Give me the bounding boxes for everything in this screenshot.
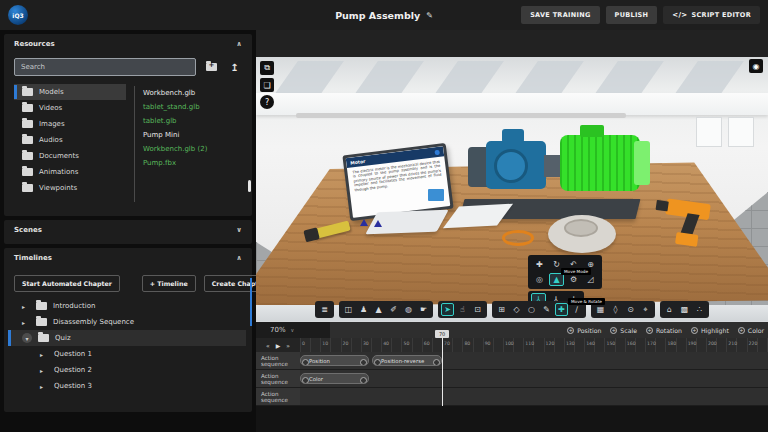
resources-header[interactable]: Resources ∧ <box>4 34 252 54</box>
add-timeline-button[interactable]: + Timeline <box>142 275 196 292</box>
tree-arrow-icon[interactable]: ▸ <box>40 383 48 390</box>
add-rotation-track-button[interactable]: +Rotation <box>646 327 682 334</box>
timelines-header[interactable]: Timelines ∧ <box>4 248 252 268</box>
timelines-scrollbar[interactable] <box>250 278 252 326</box>
blue-part[interactable] <box>428 189 444 201</box>
playhead[interactable] <box>442 338 443 406</box>
sidebar-folder-animations[interactable]: Animations <box>14 164 126 180</box>
spray-icon[interactable]: ✐ <box>387 303 400 316</box>
file-item[interactable]: Workbench.glb (2) <box>143 142 246 156</box>
tree-arrow-icon[interactable]: ▸ <box>40 367 48 374</box>
start-automated-chapter-button[interactable]: Start Automated Chapter <box>14 275 120 292</box>
tree-item-question-3[interactable]: ▸Question 3 <box>10 378 246 394</box>
action-block-color[interactable]: Color <box>300 373 369 384</box>
sidebar-folder-videos[interactable]: Videos <box>14 100 126 116</box>
tree-item-question-2[interactable]: ▸Question 2 <box>10 362 246 378</box>
impeller-model[interactable] <box>548 215 616 253</box>
share-icon[interactable]: ∴ <box>693 303 706 316</box>
row-lane[interactable] <box>300 388 768 405</box>
tree-item-quiz[interactable]: ▾Quiz <box>10 330 246 346</box>
tree-item-introduction[interactable]: ▸Introduction <box>10 298 246 314</box>
tree-arrow-icon[interactable]: ▸ <box>40 351 48 358</box>
sidebar-folder-viewpoints[interactable]: Viewpoints <box>14 180 126 196</box>
motor-end-cap[interactable] <box>634 141 650 185</box>
skip-start-icon[interactable]: « <box>266 342 270 349</box>
terrain-icon[interactable]: ▲ <box>372 303 385 316</box>
sidebar-folder-models[interactable]: Models <box>14 84 126 100</box>
sidebar-folder-images[interactable]: Images <box>14 116 126 132</box>
walk-person-icon[interactable]: ♟ <box>357 303 370 316</box>
pump-volute[interactable] <box>494 149 528 183</box>
expand-chevron-icon[interactable]: ∨ <box>236 226 242 234</box>
add-color-track-button[interactable]: +Color <box>738 327 764 334</box>
scenes-header[interactable]: Scenes ∨ <box>4 220 252 240</box>
file-item[interactable]: tablet_stand.glb <box>143 100 246 114</box>
action-block-position-reverse[interactable]: Position-reverse <box>372 355 442 366</box>
fullscreen-icon[interactable]: ⊡ <box>471 303 484 316</box>
tree-arrow-icon[interactable]: ▾ <box>22 333 32 343</box>
home-icon[interactable]: ⌂ <box>663 303 676 316</box>
add-highlight-track-button[interactable]: +Highlight <box>691 327 729 334</box>
script-editor-button[interactable]: </> SCRIPT EDITOR <box>663 6 760 24</box>
sphere-icon[interactable]: ○ <box>525 303 538 316</box>
pump-assembly-model[interactable] <box>468 133 658 203</box>
motor-terminal-box[interactable] <box>580 125 604 137</box>
camera-icon[interactable]: ⊙ <box>624 303 637 316</box>
grid-icon[interactable]: ▩ <box>678 303 691 316</box>
pump-outlet[interactable] <box>502 129 524 143</box>
action-block-position[interactable]: Position <box>300 355 369 366</box>
playhead-label[interactable]: 70 <box>435 330 449 338</box>
save-training-button[interactable]: SAVE TRAINING <box>521 6 599 24</box>
app-logo[interactable]: iQ3 <box>8 5 28 25</box>
hand-icon[interactable]: ☝ <box>456 303 469 316</box>
edit-title-icon[interactable]: ✎ <box>426 11 433 20</box>
publish-button[interactable]: PUBLISH <box>606 6 658 24</box>
file-item[interactable]: tablet.glb <box>143 114 246 128</box>
drill-model[interactable] <box>655 193 716 252</box>
touch-icon[interactable]: ☛ <box>417 303 430 316</box>
screenshot-button[interactable]: ◉ <box>749 59 763 73</box>
layers-button[interactable]: ❏ <box>260 78 274 92</box>
boxes-icon[interactable]: ⊞ <box>495 303 508 316</box>
hierarchy-button[interactable]: ⧉ <box>260 61 274 75</box>
viewport[interactable]: Motor The electric motor is the mechanic… <box>256 30 768 322</box>
collapse-chevron-icon[interactable]: ∧ <box>236 254 242 262</box>
select-box-icon[interactable]: ⌖ <box>639 303 652 316</box>
add-position-track-button[interactable]: +Position <box>567 327 601 334</box>
new-folder-button[interactable] <box>204 59 219 75</box>
sidebar-folder-documents[interactable]: Documents <box>14 148 126 164</box>
select-cursor-icon[interactable]: ➤ <box>441 303 454 316</box>
ring-icon[interactable]: ◎ <box>532 273 547 286</box>
tree-item-disassembly-sequence[interactable]: ▸Disassembly Sequence <box>10 314 246 330</box>
skip-end-icon[interactable]: » <box>286 342 290 349</box>
row-lane[interactable]: PositionPosition-reverse <box>300 352 768 369</box>
file-item[interactable]: Workbench.glb <box>143 86 246 100</box>
pencil-icon[interactable]: ✎ <box>540 303 553 316</box>
zoom-select[interactable]: 70% ∨ <box>256 322 330 338</box>
scene-3d[interactable]: Motor The electric motor is the mechanic… <box>256 57 768 322</box>
collapse-chevron-icon[interactable]: ∧ <box>236 40 242 48</box>
tree-item-question-1[interactable]: ▸Question 1 <box>10 346 246 362</box>
search-input[interactable] <box>14 58 196 76</box>
move-icon[interactable]: ✚ <box>532 258 547 271</box>
tree-arrow-icon[interactable]: ▸ <box>22 303 30 310</box>
vr-goggles-icon[interactable]: ◫ <box>342 303 355 316</box>
motor-model[interactable] <box>560 135 640 191</box>
resources-scrollbar[interactable] <box>248 180 251 192</box>
tree-arrow-icon[interactable]: ▸ <box>22 319 30 326</box>
move-tool-icon[interactable]: ✚ <box>555 303 568 316</box>
file-item[interactable]: Pump Mini <box>143 128 246 142</box>
cube-icon[interactable]: ◇ <box>510 303 523 316</box>
menu-icon[interactable]: ≣ <box>318 303 331 316</box>
comment-icon[interactable]: ◍ <box>402 303 415 316</box>
help-button[interactable]: ? <box>260 95 274 109</box>
row-lane[interactable]: Color <box>300 370 768 387</box>
o-ring-model[interactable] <box>502 230 534 246</box>
timeline-ruler[interactable]: 0102030405060708090100110120130140150160… <box>300 338 768 352</box>
sidebar-folder-audios[interactable]: Audios <box>14 132 126 148</box>
tag-icon[interactable]: ◊ <box>609 303 622 316</box>
add-scale-track-button[interactable]: +Scale <box>610 327 637 334</box>
upload-button[interactable]: ↥ <box>227 59 242 75</box>
file-item[interactable]: Pump.fbx <box>143 156 246 170</box>
play-icon[interactable]: ▶ <box>276 342 281 349</box>
